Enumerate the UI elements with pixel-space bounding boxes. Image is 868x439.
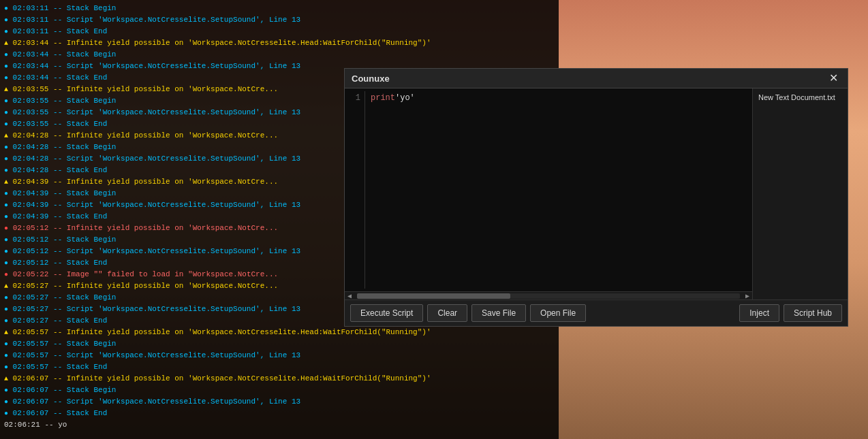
modal-close-button[interactable]: ✕ — [826, 73, 841, 84]
console-line: ▲ 02:05:57 -- Infinite yield possible on… — [4, 327, 555, 338]
scroll-left-icon[interactable]: ◀ — [345, 292, 354, 300]
scroll-right-icon[interactable]: ▶ — [743, 292, 752, 300]
code-input[interactable]: print'yo' — [365, 91, 752, 289]
line-numbers: 1 — [345, 91, 365, 289]
console-line: ● 02:03:11 -- Stack End — [4, 26, 555, 37]
scrollbar-thumb — [357, 293, 510, 299]
modal-footer: Execute Script Clear Save File Open File… — [345, 299, 848, 326]
code-string: 'yo' — [395, 93, 415, 103]
console-line: ● 02:05:57 -- Stack Begin — [4, 338, 555, 350]
console-line: ● 02:06:07 -- Stack End — [4, 408, 555, 419]
console-line: ▲ 02:03:44 -- Infinite yield possible on… — [4, 37, 555, 49]
console-line: ● 02:05:57 -- Stack End — [4, 361, 555, 373]
console-line: ▲ 02:06:07 -- Infinite yield possible on… — [4, 373, 555, 385]
modal-title: Counuxe — [352, 74, 390, 84]
editor-scrollbar: ◀ ▶ — [345, 291, 752, 299]
modal-titlebar: Counuxe ✕ — [345, 69, 848, 88]
console-line: ● 02:06:07 -- Stack Begin — [4, 385, 555, 396]
save-file-button[interactable]: Save File — [471, 304, 526, 322]
file-panel: New Text Document.txt — [752, 88, 848, 299]
file-item[interactable]: New Text Document.txt — [756, 91, 845, 103]
script-editor-modal: Counuxe ✕ 1 print'yo' ◀ ▶ — [344, 68, 848, 327]
execute-script-button[interactable]: Execute Script — [350, 304, 423, 322]
editor-content[interactable]: 1 print'yo' — [345, 88, 752, 291]
console-line: ● 02:03:11 -- Script 'Workspace.NotCress… — [4, 14, 555, 26]
open-file-button[interactable]: Open File — [530, 304, 586, 322]
console-line: 02:06:21 -- yo — [4, 419, 555, 431]
console-line: ● 02:03:44 -- Stack Begin — [4, 49, 555, 61]
code-keyword: print — [371, 93, 395, 103]
scrollbar-track[interactable] — [357, 293, 740, 299]
clear-button[interactable]: Clear — [427, 304, 467, 322]
inject-button[interactable]: Inject — [739, 304, 779, 322]
console-line: ● 02:06:07 -- Script 'Workspace.NotCress… — [4, 396, 555, 408]
editor-area: 1 print'yo' ◀ ▶ — [345, 88, 752, 299]
script-hub-button[interactable]: Script Hub — [784, 304, 842, 322]
console-line: ● 02:05:57 -- Script 'Workspace.NotCress… — [4, 350, 555, 361]
console-line: ● 02:03:11 -- Stack Begin — [4, 3, 555, 14]
modal-body: 1 print'yo' ◀ ▶ New Text Document.txt — [345, 88, 848, 299]
